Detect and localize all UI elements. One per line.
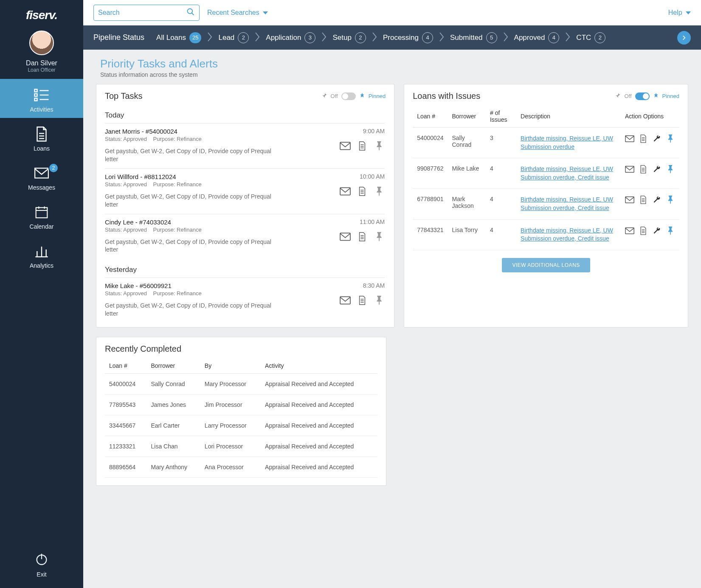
pushpin-icon[interactable]	[666, 227, 675, 236]
loan-number[interactable]: 77843321	[413, 219, 448, 250]
sidebar: fiserv. Dan Silver Loan Officer Activiti…	[0, 0, 83, 588]
sidebar-item-loans[interactable]: Loans	[0, 118, 83, 157]
envelope-icon[interactable]	[340, 232, 351, 243]
off-label: Off	[331, 93, 338, 99]
pushpin-icon	[615, 92, 621, 100]
pipeline-stage-submitted[interactable]: Submitted5	[450, 32, 497, 43]
recent-searches-label: Recent Searches	[207, 9, 259, 16]
pipeline-stage-ctc[interactable]: CTC2	[576, 32, 605, 43]
wrench-icon[interactable]	[652, 134, 662, 144]
pushpin-icon[interactable]	[666, 196, 675, 205]
chevron-right-icon	[372, 32, 377, 43]
task-title: Mike Lake - #56009921	[105, 282, 385, 289]
pipeline-stage-application[interactable]: Application3	[266, 32, 315, 43]
pipeline-stage-setup[interactable]: Setup2	[332, 32, 366, 43]
pipeline-stage-approved[interactable]: Approved4	[514, 32, 560, 43]
pushpin-icon[interactable]	[666, 165, 675, 175]
task-item[interactable]: Janet Morris - #540000249:00 AMStatus: A…	[105, 123, 385, 168]
pinned-label: Pinned	[662, 93, 679, 99]
profile[interactable]: Dan Silver Loan Officer	[0, 27, 83, 79]
recent-searches[interactable]: Recent Searches	[207, 9, 268, 17]
pushpin-icon[interactable]	[374, 141, 385, 152]
pushpin-icon[interactable]	[374, 187, 385, 197]
svg-point-24	[188, 9, 193, 14]
loan-number[interactable]: 54000024	[105, 374, 146, 395]
loan-number[interactable]: 99087762	[413, 158, 448, 189]
envelope-icon[interactable]	[340, 296, 351, 306]
envelope-icon[interactable]	[625, 165, 634, 175]
envelope-icon[interactable]	[340, 141, 351, 152]
loan-number[interactable]: 77895543	[105, 395, 146, 415]
loan-number[interactable]: 11233321	[105, 436, 146, 457]
document-icon[interactable]	[357, 296, 368, 306]
wrench-icon[interactable]	[652, 165, 662, 175]
issues-pin-toggle[interactable]	[635, 92, 650, 100]
search-input[interactable]	[98, 9, 186, 17]
pushpin-icon[interactable]	[666, 134, 675, 144]
task-item[interactable]: Cindy Lee - #7403302411:00 AMStatus: App…	[105, 214, 385, 259]
task-title: Lori Willford - #88112024	[105, 173, 385, 180]
svg-rect-10	[36, 207, 48, 218]
task-item[interactable]: Lori Willford - #8811202410:00 AMStatus:…	[105, 168, 385, 214]
issue-link[interactable]: Birthdate missing, Reissue LE, UW Submis…	[521, 134, 617, 151]
svg-rect-1	[35, 94, 37, 96]
pipeline-bar: Pipeline Status All Loans25Lead2Applicat…	[83, 25, 701, 50]
sidebar-item-label: Loans	[0, 145, 83, 152]
issue-link[interactable]: Birthdate missing, Reissue LE, UW Submis…	[521, 196, 617, 212]
sidebar-item-calendar[interactable]: Calendar	[0, 196, 83, 235]
loan-number[interactable]: 33445667	[105, 415, 146, 436]
top-tasks-panel: Top Tasks Off Pinned	[96, 84, 394, 328]
view-additional-loans-button[interactable]: VIEW ADDITIONAL LOANS	[502, 258, 590, 272]
pipeline-stage-processing[interactable]: Processing4	[383, 32, 433, 43]
wrench-icon[interactable]	[652, 196, 662, 205]
chevron-right-icon	[565, 32, 570, 43]
document-icon[interactable]	[639, 165, 648, 175]
pipeline-stage-lead[interactable]: Lead2	[218, 32, 249, 43]
loan-number[interactable]: 67788901	[413, 189, 448, 219]
envelope-icon[interactable]	[625, 227, 634, 236]
content: Priority Tasks and Alerts Status informa…	[83, 50, 701, 588]
sidebar-item-label: Calendar	[0, 223, 83, 230]
search-icon[interactable]	[186, 8, 195, 17]
envelope-icon[interactable]	[340, 187, 351, 197]
sidebar-item-analytics[interactable]: Analytics	[0, 235, 83, 274]
pushpin-icon[interactable]	[374, 232, 385, 243]
table-row: 33445667Earl CarterLarry ProcessorApprai…	[105, 415, 377, 436]
sidebar-item-activities[interactable]: Activities	[0, 79, 83, 118]
loan-number[interactable]: 88896564	[105, 457, 146, 478]
envelope-icon[interactable]	[625, 196, 634, 205]
table-row: 99087762Mike Lake4Birthdate missing, Rei…	[413, 158, 679, 189]
envelope-icon	[33, 165, 50, 182]
document-icon[interactable]	[639, 196, 648, 205]
task-bucket-label: Today	[105, 107, 385, 123]
sidebar-item-label: Analytics	[0, 262, 83, 269]
issue-link[interactable]: Birthdate missing, Reissue LE, UW Submis…	[521, 227, 617, 243]
table-row: 88896564Mary AnthonyAna ProcessorApprais…	[105, 457, 377, 478]
off-label: Off	[624, 93, 631, 99]
borrower-name: Lisa Torry	[448, 219, 485, 250]
document-icon[interactable]	[357, 141, 368, 152]
issue-link[interactable]: Birthdate missing, Reissue LE, UW Submis…	[521, 165, 617, 182]
pipeline-stage-all-loans[interactable]: All Loans25	[156, 32, 201, 43]
pushpin-icon	[359, 92, 365, 100]
exit-button[interactable]: Exit	[0, 543, 83, 588]
chevron-right-icon	[503, 32, 508, 43]
pipeline-next-button[interactable]	[677, 31, 691, 45]
pipeline-stage-label: Processing	[383, 34, 419, 42]
document-icon[interactable]	[639, 134, 648, 144]
top-tasks-title: Top Tasks	[105, 91, 143, 101]
sidebar-item-messages[interactable]: Messages2	[0, 157, 83, 196]
document-icon[interactable]	[357, 187, 368, 197]
help-menu[interactable]: Help	[668, 9, 691, 17]
search-box[interactable]	[93, 5, 200, 21]
loan-number[interactable]: 54000024	[413, 128, 448, 158]
avatar[interactable]	[29, 31, 54, 55]
pushpin-icon[interactable]	[374, 296, 385, 306]
document-icon[interactable]	[639, 227, 648, 236]
task-item[interactable]: Mike Lake - #560099218:30 AMStatus: Appr…	[105, 277, 385, 323]
top-tasks-pin-toggle[interactable]	[341, 92, 356, 100]
wrench-icon[interactable]	[652, 227, 662, 236]
borrower-name: Mark Jackson	[448, 189, 485, 219]
document-icon[interactable]	[357, 232, 368, 243]
envelope-icon[interactable]	[625, 134, 634, 144]
